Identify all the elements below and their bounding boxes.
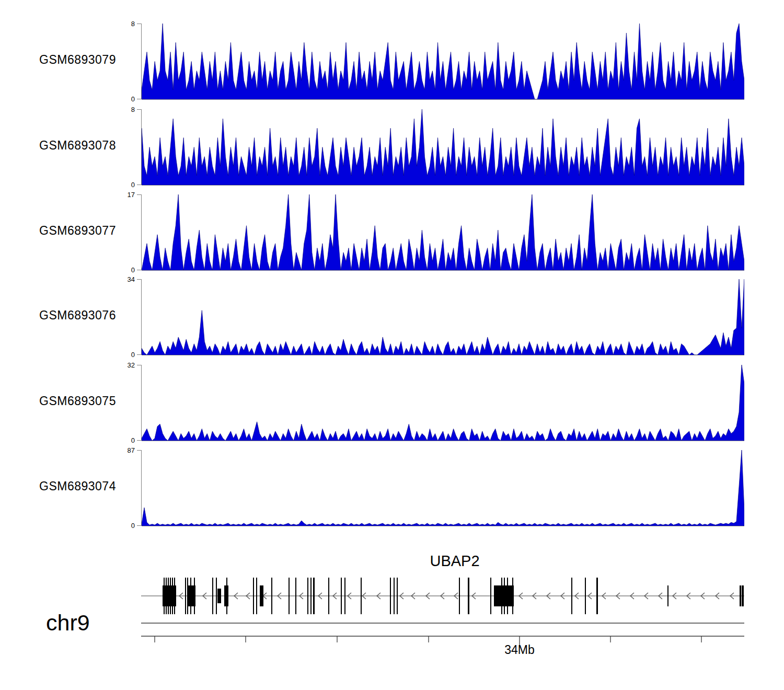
genome-browser-figure: GSM6893079 8 0 GSM6893078 8 0 GSM6893077… — [0, 0, 784, 690]
coverage-track: GSM6893078 8 0 — [0, 109, 784, 185]
coverage-track: GSM6893079 8 0 — [0, 24, 784, 99]
gene-name-label: UBAP2 — [402, 554, 507, 569]
track-label: GSM6893078 — [39, 140, 116, 152]
genome-axis-track — [141, 619, 753, 661]
coverage-track: GSM6893074 87 0 — [0, 450, 784, 526]
y-axis-max-label: 87 — [99, 447, 135, 454]
y-axis-max-label: 8 — [99, 20, 135, 27]
chromosome-label: chr9 — [46, 612, 90, 634]
y-axis-max-label: 34 — [99, 276, 135, 283]
gene-model-track — [141, 572, 753, 622]
y-axis-max-label: 32 — [99, 362, 135, 369]
y-axis-zero-label: 0 — [99, 351, 135, 358]
coverage-signal — [142, 365, 744, 441]
y-axis-zero-label: 0 — [99, 267, 135, 273]
coverage-signal — [142, 109, 744, 186]
y-axis-max-label: 8 — [99, 106, 135, 113]
track-label: GSM6893075 — [39, 395, 116, 407]
y-axis-zero-label: 0 — [99, 522, 135, 529]
y-axis-max-label: 17 — [99, 191, 135, 198]
coverage-signal — [142, 450, 744, 526]
coverage-track: GSM6893076 34 0 — [0, 279, 784, 355]
coverage-signal — [142, 24, 744, 100]
coverage-signal — [142, 194, 744, 271]
axis-tick-label: 34Mb — [483, 644, 556, 656]
track-label: GSM6893074 — [39, 480, 116, 492]
coverage-track: GSM6893077 17 0 — [0, 194, 784, 270]
coverage-track: GSM6893075 32 0 — [0, 365, 784, 441]
y-axis-zero-label: 0 — [99, 96, 135, 102]
coverage-signal — [142, 279, 744, 355]
y-axis-zero-label: 0 — [99, 437, 135, 444]
track-label: GSM6893076 — [39, 309, 116, 321]
track-label: GSM6893077 — [39, 225, 116, 237]
y-axis-zero-label: 0 — [99, 181, 135, 188]
track-label: GSM6893079 — [39, 54, 116, 66]
